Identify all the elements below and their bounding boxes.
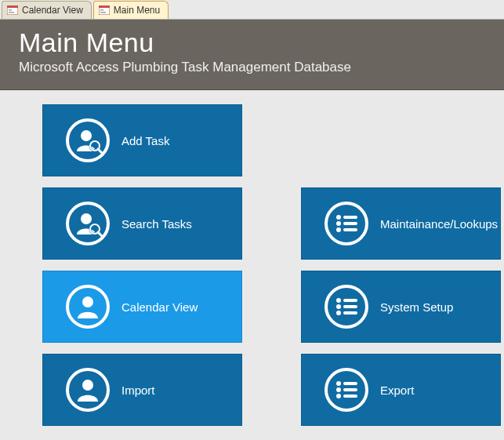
tab-main-menu[interactable]: Main Menu [93,1,169,19]
tile-export[interactable]: Export [301,354,501,426]
tile-add-task[interactable]: Add Task [42,104,242,176]
tile-label: Search Tasks [121,217,192,231]
tile-label: Calendar View [121,300,198,314]
tab-label: Main Menu [114,5,160,16]
tile-calendar-view[interactable]: Calendar View [42,271,242,343]
person-search-icon [63,116,112,165]
menu-grid: Add Task Search Tasks Maintainance/Looku… [0,90,504,426]
form-icon [99,5,110,15]
tile-search-tasks[interactable]: Search Tasks [42,187,242,260]
tile-label: System Setup [380,300,453,314]
list-icon [322,365,371,414]
person-plain-icon [63,282,112,331]
list-icon [322,199,371,248]
tile-label: Maintainance/Lookups [380,217,498,231]
header: Main Menu Microsoft Access Plumbing Task… [0,20,504,90]
tile-system-setup[interactable]: System Setup [301,271,501,343]
tile-maintenance-lookups[interactable]: Maintainance/Lookups [301,187,501,260]
page-subtitle: Microsoft Access Plumbing Task Managemen… [19,60,485,75]
form-icon [7,5,18,15]
page-title: Main Menu [19,27,485,58]
person-search-icon [63,199,112,248]
tab-bar: Calendar View Main Menu [0,0,504,20]
person-plain-icon [63,365,112,414]
tile-label: Export [380,384,414,397]
tile-label: Import [121,384,155,397]
list-icon [322,282,371,331]
tab-calendar-view[interactable]: Calendar View [2,1,92,19]
tab-label: Calendar View [22,5,83,16]
tile-import[interactable]: Import [42,354,242,426]
tile-label: Add Task [121,134,169,147]
